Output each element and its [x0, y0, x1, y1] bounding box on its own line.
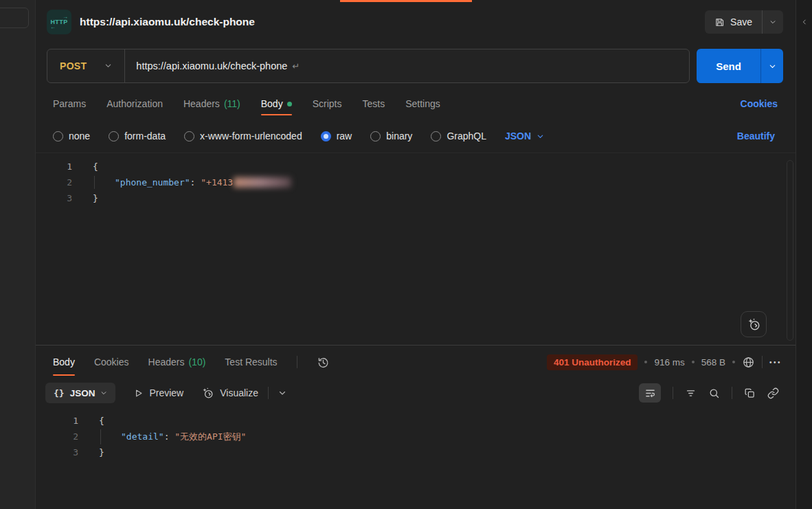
tab-tests[interactable]: Tests — [362, 88, 385, 120]
app-window: → HTTP ← https://api.xiaomu.uk/check-pho… — [0, 0, 812, 509]
line-number: 3 — [36, 447, 78, 457]
line-number: 2 — [36, 177, 72, 188]
preview-button[interactable]: Preview — [133, 387, 183, 398]
request-header: → HTTP ← https://api.xiaomu.uk/check-pho… — [36, 0, 796, 44]
tab-scripts-label: Scripts — [313, 98, 342, 109]
raw-format-dropdown[interactable]: JSON — [505, 131, 544, 142]
code-token: } — [99, 447, 104, 457]
divider — [732, 387, 732, 399]
body-modified-dot — [287, 102, 292, 106]
send-button-group: Send — [697, 49, 783, 83]
body-type-binary[interactable]: binary — [370, 131, 412, 142]
collapse-panel-button[interactable] — [801, 16, 808, 27]
copy-button[interactable] — [744, 387, 756, 399]
code-line: 2 "detail": "无效的API密钥" — [36, 429, 796, 444]
line-number: 1 — [36, 416, 78, 426]
json-key: "detail" — [121, 431, 164, 442]
body-type-form-data[interactable]: form-data — [109, 131, 166, 142]
radio-selected-icon — [321, 131, 331, 142]
visualize-button[interactable]: Visualize — [201, 387, 258, 400]
body-type-graphql[interactable]: GraphQL — [431, 131, 486, 142]
url-input[interactable]: https://api.xiaomu.uk/check-phone↵ — [125, 60, 300, 71]
cookies-link[interactable]: Cookies — [741, 98, 778, 109]
globe-icon — [742, 356, 755, 369]
share-link-button[interactable] — [767, 387, 779, 399]
divider — [762, 356, 763, 368]
link-icon — [767, 387, 779, 399]
play-outline-icon — [133, 388, 144, 398]
save-dropdown-button[interactable] — [763, 10, 783, 34]
code-token: } — [93, 193, 98, 203]
http-request-icon: → HTTP ← — [47, 10, 71, 34]
send-button[interactable]: Send — [697, 60, 760, 72]
divider — [268, 387, 269, 399]
response-tabs-row: Body Cookies Headers(10) Test Results 40… — [36, 346, 796, 378]
body-type-none-label: none — [69, 131, 90, 142]
sidebar-collapsed-item[interactable] — [0, 8, 29, 28]
chevron-down-icon — [278, 389, 286, 397]
response-tab-headers-label: Headers — [148, 357, 185, 367]
tab-authorization-label: Authorization — [106, 98, 163, 109]
radio-icon — [53, 131, 63, 142]
search-button[interactable] — [708, 387, 720, 399]
tab-scripts[interactable]: Scripts — [313, 88, 342, 120]
postbot-assistant-button[interactable] — [741, 311, 767, 337]
method-label: POST — [60, 60, 87, 71]
response-history-button[interactable] — [317, 356, 330, 369]
response-body-editor[interactable]: 1 { 2 "detail": "无效的API密钥" 3 } — [36, 407, 796, 509]
tab-headers-label: Headers — [183, 98, 220, 109]
tab-body[interactable]: Body — [261, 88, 292, 120]
tab-tests-label: Tests — [362, 98, 385, 109]
chevron-down-icon — [104, 60, 112, 71]
body-type-urlencoded[interactable]: x-www-form-urlencoded — [184, 131, 302, 142]
main-panel: → HTTP ← https://api.xiaomu.uk/check-pho… — [36, 0, 796, 509]
request-body-editor[interactable]: 1 { 2 "phone_number": "+1413 3 } — [36, 152, 796, 345]
code-token: : — [190, 177, 201, 188]
filter-button[interactable] — [685, 387, 697, 399]
status-badge[interactable]: 401 Unauthorized — [547, 354, 638, 370]
url-container: POST https://api.xiaomu.uk/check-phone↵ — [47, 49, 690, 83]
save-button[interactable]: Save — [705, 10, 762, 34]
url-value: https://api.xiaomu.uk/check-phone — [136, 60, 287, 71]
wrap-text-button[interactable] — [639, 383, 661, 403]
tab-settings-label: Settings — [405, 98, 440, 109]
code-line: 3 } — [36, 444, 796, 460]
send-dropdown-button[interactable] — [761, 63, 783, 70]
body-type-raw-label: raw — [337, 131, 352, 142]
tab-params[interactable]: Params — [53, 88, 86, 120]
tab-headers[interactable]: Headers(11) — [183, 88, 240, 120]
response-tab-body[interactable]: Body — [53, 346, 75, 378]
line-number: 2 — [36, 431, 78, 442]
response-time[interactable]: 916 ms — [654, 357, 684, 367]
network-info-button[interactable] — [742, 356, 755, 369]
response-tab-cookies[interactable]: Cookies — [94, 346, 129, 378]
redacted-phone-digits — [234, 177, 291, 188]
response-tab-test-results[interactable]: Test Results — [225, 346, 277, 378]
response-format-dropdown[interactable]: {} JSON — [45, 383, 115, 403]
body-type-none[interactable]: none — [53, 131, 90, 142]
response-tab-headers[interactable]: Headers(10) — [148, 346, 206, 378]
indent-guide — [94, 176, 95, 189]
more-options-button[interactable]: ••• — [769, 359, 782, 366]
history-clock-icon — [317, 356, 330, 369]
left-sidebar — [0, 0, 36, 509]
toolbar-expand-button[interactable] — [278, 389, 286, 397]
braces-icon: {} — [54, 388, 65, 398]
body-type-options: none form-data x-www-form-urlencoded raw… — [36, 120, 796, 152]
divider — [297, 356, 297, 368]
json-key: "phone_number" — [115, 177, 190, 188]
tab-authorization[interactable]: Authorization — [106, 88, 163, 120]
code-line: 3 } — [36, 190, 796, 206]
visualize-sparkle-icon — [201, 387, 214, 400]
tab-settings[interactable]: Settings — [405, 88, 440, 120]
response-size[interactable]: 568 B — [701, 357, 725, 367]
method-dropdown[interactable]: POST — [47, 60, 124, 71]
response-panel: Body Cookies Headers(10) Test Results 40… — [36, 345, 796, 509]
editor-scrollbar[interactable] — [787, 160, 793, 341]
radio-icon — [184, 131, 194, 142]
visualize-label: Visualize — [220, 387, 258, 398]
beautify-link[interactable]: Beautify — [737, 131, 775, 142]
response-headers-count-badge: (10) — [188, 357, 205, 367]
body-type-raw[interactable]: raw — [321, 131, 352, 142]
radio-icon — [370, 131, 381, 142]
